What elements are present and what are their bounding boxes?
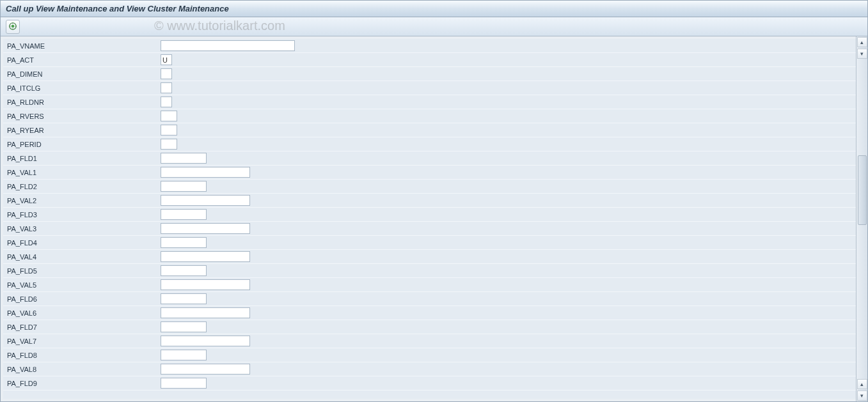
parameter-input-pa_val1[interactable] — [161, 167, 250, 178]
parameter-input-pa_val3[interactable] — [161, 223, 250, 234]
parameter-row: PA_ACT — [3, 53, 856, 67]
parameter-row: PA_FLD8 — [3, 348, 856, 362]
parameter-label: PA_RLDNR — [7, 98, 161, 106]
parameter-row: PA_ITCLG — [3, 81, 856, 95]
parameter-label: PA_FLD3 — [7, 211, 161, 219]
parameter-row: PA_FLD3 — [3, 208, 856, 222]
parameter-row: PA_RVERS — [3, 109, 856, 123]
parameter-input-pa_fld4[interactable] — [161, 237, 207, 248]
parameter-row: PA_PERID — [3, 137, 856, 151]
parameter-input-pa_rldnr[interactable] — [161, 97, 172, 107]
svg-point-1 — [12, 24, 15, 27]
parameter-input-pa_fld6[interactable] — [161, 293, 207, 304]
parameter-label: PA_RVERS — [7, 112, 161, 120]
parameter-label: PA_FLD9 — [7, 380, 161, 387]
parameter-label: PA_FLD5 — [7, 267, 161, 275]
scroll-track[interactable] — [857, 59, 867, 378]
scroll-down-step-button[interactable]: ▴ — [857, 379, 867, 389]
parameter-label: PA_FLD1 — [7, 155, 161, 162]
execute-button[interactable] — [6, 20, 20, 34]
parameter-label: PA_VAL8 — [7, 366, 161, 373]
scroll-up-step-button[interactable]: ▾ — [857, 49, 867, 59]
parameter-row: PA_RLDNR — [3, 95, 856, 109]
selection-screen: PA_VNAMEPA_ACTPA_DIMENPA_ITCLGPA_RLDNRPA… — [3, 39, 856, 399]
parameter-label: PA_VAL7 — [7, 337, 161, 345]
parameter-row: PA_VAL1 — [3, 166, 856, 180]
parameter-input-pa_val8[interactable] — [161, 364, 250, 375]
parameter-input-pa_ryear[interactable] — [161, 125, 177, 135]
parameter-row: PA_VAL5 — [3, 278, 856, 292]
parameter-input-pa_val5[interactable] — [161, 279, 250, 290]
scroll-down-button[interactable]: ▾ — [857, 390, 867, 401]
parameter-row: PA_VAL6 — [3, 306, 856, 320]
parameter-label: PA_FLD8 — [7, 352, 161, 359]
parameter-input-pa_fld5[interactable] — [161, 265, 207, 276]
page-title: Call up View Maintenance and View Cluste… — [6, 4, 229, 13]
parameter-row: PA_FLD6 — [3, 292, 856, 306]
sap-window: Call up View Maintenance and View Cluste… — [0, 0, 868, 402]
parameter-label: PA_FLD7 — [7, 323, 161, 331]
parameter-input-pa_fld1[interactable] — [161, 153, 207, 164]
parameter-input-pa_act[interactable] — [161, 54, 172, 65]
content-area: PA_VNAMEPA_ACTPA_DIMENPA_ITCLGPA_RLDNRPA… — [1, 36, 867, 401]
parameter-row: PA_FLD5 — [3, 264, 856, 278]
parameter-row: PA_FLD1 — [3, 151, 856, 166]
parameter-label: PA_VAL1 — [7, 169, 161, 176]
parameter-label: PA_DIMEN — [7, 70, 161, 78]
parameter-row: PA_FLD4 — [3, 236, 856, 250]
execute-icon — [8, 22, 17, 32]
parameter-input-pa_vname[interactable] — [161, 40, 295, 51]
parameter-row: PA_VAL3 — [3, 222, 856, 236]
parameter-label: PA_PERID — [7, 141, 161, 148]
parameter-label: PA_FLD6 — [7, 295, 161, 303]
parameter-input-pa_val6[interactable] — [161, 307, 250, 318]
parameter-row: PA_VNAME — [3, 39, 856, 53]
parameter-row: PA_RYEAR — [3, 123, 856, 137]
parameter-label: PA_ITCLG — [7, 84, 161, 92]
parameter-input-pa_fld2[interactable] — [161, 181, 207, 192]
titlebar: Call up View Maintenance and View Cluste… — [1, 1, 867, 17]
parameter-row: PA_VAL4 — [3, 250, 856, 264]
parameter-input-pa_val4[interactable] — [161, 251, 250, 262]
parameter-input-pa_dimen[interactable] — [161, 68, 172, 79]
parameter-input-pa_fld9[interactable] — [161, 378, 207, 389]
parameter-row: PA_DIMEN — [3, 67, 856, 81]
parameter-row: PA_FLD9 — [3, 376, 856, 390]
parameter-label: PA_VAL3 — [7, 225, 161, 233]
parameter-label: PA_RYEAR — [7, 127, 161, 134]
scroll-up-button[interactable]: ▴ — [857, 37, 867, 47]
parameter-label: PA_VNAME — [7, 42, 161, 50]
parameter-row: PA_FLD7 — [3, 320, 856, 334]
parameter-row: PA_FLD2 — [3, 180, 856, 194]
parameter-input-pa_val7[interactable] — [161, 336, 250, 346]
parameter-row: PA_VAL8 — [3, 362, 856, 376]
parameter-input-pa_fld7[interactable] — [161, 321, 207, 332]
vertical-scrollbar[interactable]: ▴ ▾ ▴ ▾ — [856, 36, 867, 401]
parameter-label: PA_VAL6 — [7, 309, 161, 317]
parameter-row: PA_VAL7 — [3, 334, 856, 348]
parameter-input-pa_itclg[interactable] — [161, 82, 172, 93]
parameter-label: PA_VAL2 — [7, 197, 161, 205]
application-toolbar — [1, 17, 867, 36]
parameter-input-pa_val2[interactable] — [161, 195, 250, 206]
parameter-input-pa_fld3[interactable] — [161, 209, 207, 220]
parameter-list: PA_VNAMEPA_ACTPA_DIMENPA_ITCLGPA_RLDNRPA… — [3, 39, 856, 390]
scroll-thumb[interactable] — [858, 155, 867, 226]
parameter-label: PA_VAL5 — [7, 281, 161, 289]
parameter-label: PA_VAL4 — [7, 253, 161, 261]
parameter-label: PA_FLD2 — [7, 183, 161, 190]
parameter-input-pa_perid[interactable] — [161, 139, 177, 150]
parameter-input-pa_rvers[interactable] — [161, 111, 177, 121]
parameter-input-pa_fld8[interactable] — [161, 350, 207, 360]
parameter-row: PA_VAL2 — [3, 194, 856, 208]
parameter-label: PA_FLD4 — [7, 239, 161, 247]
parameter-label: PA_ACT — [7, 56, 161, 64]
